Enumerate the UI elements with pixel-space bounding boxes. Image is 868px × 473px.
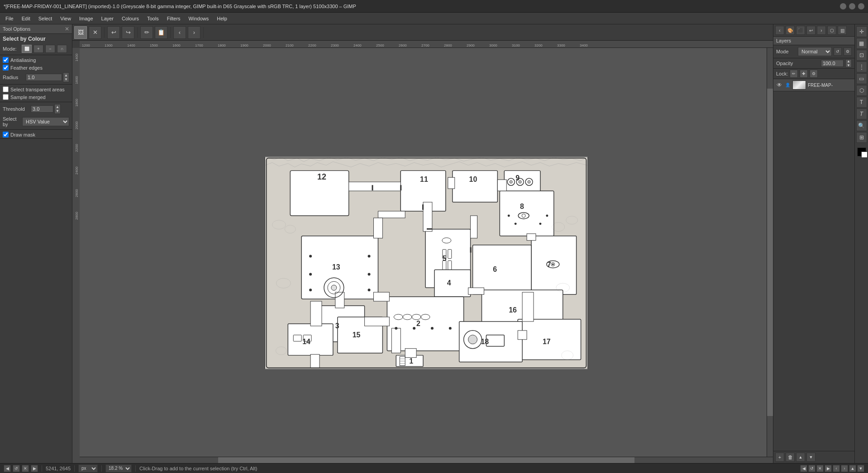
lock-alpha-button[interactable]: ⚙ (810, 70, 818, 78)
status-undo-button[interactable]: ↺ (13, 465, 20, 472)
channels-button[interactable]: ▥ (838, 26, 847, 35)
menu-colours[interactable]: Colours (118, 15, 143, 22)
path-icon[interactable]: ⬡ (856, 85, 867, 96)
menu-tools[interactable]: Tools (143, 15, 162, 22)
svg-text:2: 2 (416, 320, 420, 327)
horizontal-scrollbar-thumb[interactable] (218, 457, 634, 463)
horizontal-scrollbar[interactable] (80, 457, 773, 463)
mode-subtract-button[interactable]: − (45, 45, 55, 53)
status-right-nav3[interactable]: ▲ (849, 465, 856, 472)
close-dialog-button[interactable]: ✕ (89, 26, 101, 39)
prev-button[interactable]: ‹ (173, 26, 186, 39)
grid-icon[interactable]: ▦ (856, 38, 867, 49)
layer-down-button[interactable]: ▼ (806, 453, 816, 462)
tool-pencil-button[interactable]: ✏ (140, 26, 153, 39)
image-window-button[interactable]: 🖼 (74, 26, 87, 39)
text2-icon[interactable]: T (856, 109, 867, 119)
mode-replace-button[interactable]: ⬜ (22, 45, 32, 53)
mode-intersect-button[interactable]: ∩ (57, 45, 67, 53)
layers-nav-forward-button[interactable]: › (817, 26, 826, 35)
window-controls[interactable] (840, 3, 864, 9)
lock-position-button[interactable]: ✚ (800, 70, 808, 78)
antialiasing-checkbox[interactable] (3, 57, 9, 63)
menu-windows[interactable]: Windows (185, 15, 213, 22)
menu-layer[interactable]: Layer (98, 15, 118, 22)
minimize-button[interactable] (840, 3, 846, 9)
redo-button[interactable]: ↪ (122, 26, 134, 39)
measure-icon[interactable]: ⊞ (856, 132, 867, 143)
layer-up-button[interactable]: ▲ (796, 453, 805, 462)
paths-button[interactable]: ⬡ (827, 26, 836, 35)
status-x-button[interactable]: ✕ (22, 465, 29, 472)
layers-lock-row: Lock: ✏ ✚ ⚙ (773, 69, 854, 79)
tool-options-close-button[interactable]: ✕ (65, 26, 69, 32)
colours-button[interactable]: 🎨 (786, 26, 795, 35)
menu-edit[interactable]: Edit (18, 15, 34, 22)
status-right-nav4[interactable]: ▼ (857, 465, 864, 472)
menu-help[interactable]: Help (213, 15, 231, 22)
zoom-combo[interactable]: 12.5 % 18.2 % 25 % 50 % 100 % (105, 464, 132, 473)
svg-point-121 (309, 273, 312, 275)
menu-filters[interactable]: Filters (163, 15, 184, 22)
radius-spin-button[interactable]: ▲ ▼ (63, 72, 69, 82)
background-color-swatch[interactable] (861, 151, 868, 158)
main-layout: Tool Options ✕ Select by Colour Mode: ⬜ … (0, 24, 868, 463)
lock-pixels-button[interactable]: ✏ (790, 70, 798, 78)
close-button[interactable] (858, 3, 864, 9)
select-transparent-checkbox[interactable] (3, 86, 9, 92)
unit-combo[interactable]: px in mm cm (78, 464, 98, 473)
menu-image[interactable]: Image (76, 15, 97, 22)
threshold-down-icon: ▼ (56, 109, 59, 113)
next-button[interactable]: › (188, 26, 200, 39)
vertical-scrollbar[interactable] (767, 48, 773, 457)
layer-visibility-icon[interactable]: 👁 (776, 82, 782, 88)
layer-reset-button[interactable]: ↺ (834, 47, 842, 56)
layers-opacity-input[interactable] (821, 60, 844, 67)
canvas-wrapper[interactable]: 12 11 10 9 8 7 5 6 4 13 3 2 14 15 (80, 48, 773, 457)
menu-view[interactable]: View (57, 15, 75, 22)
status-next-button[interactable]: ▶ (31, 465, 38, 472)
threshold-spin-button[interactable]: ▲ ▼ (54, 104, 61, 114)
foreground-color-swatch[interactable] (857, 147, 866, 156)
select-by-combo[interactable]: Composite Red Green Blue Alpha HSV Hue H… (22, 117, 69, 126)
status-right-nav1[interactable]: ‹ (833, 465, 840, 472)
status-prev-button[interactable]: ◀ (4, 465, 11, 472)
vertical-scrollbar-thumb[interactable] (767, 89, 773, 416)
mode-label: Mode: (3, 46, 20, 52)
opacity-spin-button[interactable]: ▲ ▼ (845, 59, 852, 67)
feather-edges-checkbox[interactable] (3, 65, 9, 71)
svg-text:2400: 2400 (75, 166, 79, 175)
tool-clipboard-button[interactable]: 📋 (155, 26, 167, 39)
history-button[interactable]: ↩ (806, 26, 816, 35)
svg-rect-89 (372, 185, 373, 190)
rect-icon[interactable]: ▭ (856, 73, 867, 84)
layer-item[interactable]: 👁 👤 FREE-MAP- (773, 79, 854, 91)
layers-mode-combo[interactable]: Normal Multiply Screen Overlay Dissolve (798, 47, 832, 56)
zoom-icon[interactable]: 🔍 (856, 120, 867, 131)
crosshair-icon[interactable]: ✛ (856, 26, 867, 37)
sample-merged-checkbox[interactable] (3, 94, 9, 100)
add-layer-button[interactable]: + (775, 453, 784, 462)
mode-add-button[interactable]: + (33, 45, 43, 53)
menu-file[interactable]: File (2, 15, 17, 22)
layer-link-icon[interactable]: 👤 (784, 82, 791, 88)
status-sep-1 (42, 465, 42, 472)
radius-input[interactable] (26, 74, 62, 81)
undo-button[interactable]: ↩ (107, 26, 120, 39)
status-right-nav2[interactable]: › (841, 465, 848, 472)
grid2-icon[interactable]: ⋮ (856, 61, 867, 72)
status-right-x[interactable]: ✕ (816, 465, 824, 472)
status-right-prev[interactable]: ◀ (800, 465, 807, 472)
text-icon[interactable]: T (856, 97, 867, 108)
status-right-undo[interactable]: ↺ (808, 465, 816, 472)
foreground-bg-button[interactable]: ⬛ (796, 26, 805, 35)
maximize-button[interactable] (849, 3, 855, 9)
layers-nav-back-button[interactable]: ‹ (775, 26, 784, 35)
status-right-next[interactable]: ▶ (825, 465, 832, 472)
delete-layer-button[interactable]: 🗑 (786, 453, 795, 462)
threshold-input[interactable] (31, 105, 53, 113)
draw-mask-checkbox[interactable] (3, 132, 9, 137)
layer-settings-button[interactable]: ⚙ (844, 47, 852, 56)
menu-select[interactable]: Select (35, 15, 56, 22)
snap-icon[interactable]: ⊡ (856, 50, 867, 61)
